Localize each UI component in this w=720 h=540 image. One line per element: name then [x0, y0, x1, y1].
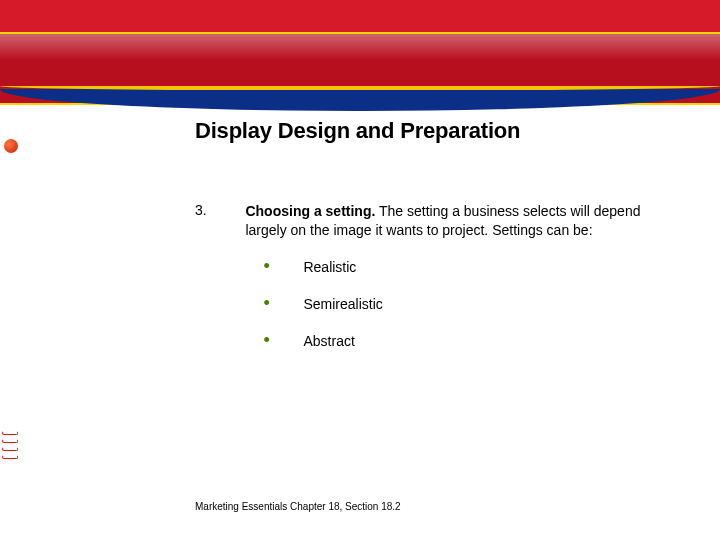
item-lead: Choosing a setting.: [245, 203, 375, 219]
list-item: Abstract: [263, 332, 665, 351]
banner-gloss: [0, 34, 720, 60]
coil-icon: [2, 455, 18, 459]
item-number: 3.: [195, 202, 241, 218]
banner-swoop: [0, 89, 720, 111]
left-rail-decoration: [0, 105, 22, 540]
list-item: Realistic: [263, 258, 665, 277]
coil-icon: [2, 431, 18, 435]
list-item: Semirealistic: [263, 295, 665, 314]
numbered-item: 3. Choosing a setting. The setting a bus…: [195, 202, 675, 368]
orb-icon: [4, 139, 18, 153]
coil-icon: [2, 447, 18, 451]
bullet-list: Realistic Semirealistic Abstract: [263, 258, 665, 351]
slide-banner: [0, 0, 720, 105]
coil-icon: [2, 439, 18, 443]
slide-content: Display Design and Preparation 3. Choosi…: [195, 118, 675, 368]
slide-title: Display Design and Preparation: [195, 118, 675, 144]
item-body: Choosing a setting. The setting a busine…: [245, 202, 665, 368]
slide-footer: Marketing Essentials Chapter 18, Section…: [195, 501, 401, 512]
